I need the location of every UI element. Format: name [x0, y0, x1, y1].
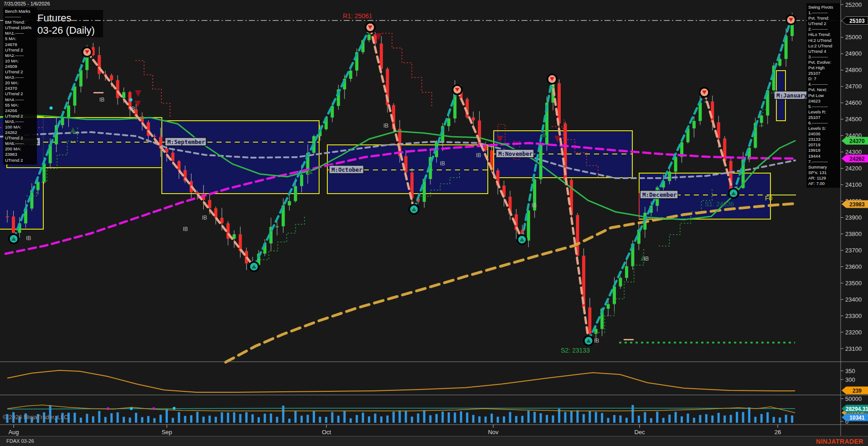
- candle: [472, 117, 475, 120]
- bench-marks-line: MA1.------: [5, 31, 35, 36]
- candle: [607, 304, 610, 309]
- month-label-text: M:September: [167, 138, 205, 145]
- volume-bar: [546, 415, 548, 423]
- volume-bar: [374, 414, 377, 423]
- swing-pivots-line: 24036: [808, 131, 838, 137]
- swing-pivots-line: 20719: [808, 142, 838, 148]
- candle: [275, 226, 279, 227]
- bench-marks-line: UTrend 2: [5, 135, 35, 141]
- swing-pivots-line: 1.-----------: [808, 10, 838, 15]
- volume-bar: [405, 411, 407, 423]
- price-badge-text: 24370: [849, 138, 865, 144]
- price-badge-text: 24262: [849, 156, 865, 162]
- volume-bar: [650, 418, 652, 423]
- candle: [300, 174, 303, 186]
- volume-bar: [681, 416, 683, 423]
- volume-bar: [638, 415, 640, 423]
- ib-label: IB: [644, 256, 649, 262]
- axis-tick-label: 23200: [845, 329, 862, 336]
- bench-marks-line: Bench Marks: [5, 9, 35, 14]
- volume-bar: [601, 413, 603, 423]
- swing-pivots-line: 25107: [808, 115, 838, 120]
- volume-cyan-dot: [173, 407, 176, 410]
- axis-tick-label: 23500: [845, 280, 862, 287]
- price-chart-canvas[interactable]: Futures 03-26 (Daily) IBIBIBIBIBIBIBIBIB…: [0, 0, 868, 446]
- axis-tick-label: 23300: [845, 313, 862, 319]
- volume-bar: [135, 413, 137, 423]
- swing-pivots-line: 19444: [808, 154, 838, 159]
- volume-bar: [754, 417, 756, 423]
- ib-label: IB: [532, 202, 537, 209]
- candle: [558, 83, 561, 124]
- volume-bar: [411, 417, 413, 423]
- volume-bar: [570, 411, 573, 423]
- bench-marks-line: 200 MA:: [5, 146, 35, 152]
- axis-tick-label: 50000: [845, 395, 862, 402]
- volume-bar: [319, 417, 321, 423]
- volume-bar: [129, 418, 131, 423]
- tab-fdax-03-26[interactable]: FDAX 03-26: [6, 438, 34, 444]
- volume-bar: [620, 415, 622, 423]
- cyan-dot-marker: [50, 107, 53, 110]
- price-badge-text: 23983: [849, 201, 865, 208]
- swing-pivots-line: Swing Pivots: [808, 5, 838, 10]
- axis-tick-label: 24800: [845, 67, 862, 73]
- bench-marks-line: UTrend 2: [5, 91, 35, 97]
- volume-bar: [80, 418, 82, 423]
- volume-bar: [552, 415, 554, 423]
- volume-bar: [668, 415, 671, 423]
- volume-bar: [258, 417, 260, 423]
- price-badge-text: 28294.31: [846, 406, 868, 412]
- candle: [711, 102, 714, 123]
- bench-marks-line: MA4.------: [5, 97, 35, 103]
- candle: [588, 308, 591, 334]
- ib-label: IB: [130, 106, 135, 112]
- tab-strip: FDAX 03-26 NINJATRADER: [0, 436, 868, 446]
- price-badge-text: 239: [852, 388, 862, 394]
- swing-pivots-line: 19918: [808, 148, 838, 153]
- volume-bar: [466, 412, 468, 423]
- volume-bar: [215, 417, 217, 423]
- volume-bar: [791, 415, 793, 423]
- volume-bar: [221, 412, 223, 423]
- swing-pivots-line: 5.-----------: [808, 104, 838, 109]
- bench-marks-panel: Bench Marks-----------BM Trend:UTrend 10…: [3, 7, 37, 164]
- axis-tick-label: 300: [845, 376, 855, 383]
- swing-pivots-line: AF: 7.00: [808, 181, 838, 186]
- volume-bar: [564, 412, 566, 423]
- month-label-text: M:November: [498, 150, 533, 157]
- candle: [613, 287, 616, 304]
- candle: [214, 208, 217, 218]
- volume-bar: [368, 416, 370, 423]
- volume-bar: [730, 415, 732, 423]
- volume-bar: [264, 414, 266, 423]
- bench-marks-line: 24370: [5, 86, 35, 91]
- axis-tick-label: 24600: [845, 99, 862, 106]
- axis-tick-label: 24500: [845, 116, 862, 123]
- bench-marks-line: 24678: [5, 42, 35, 47]
- candle: [239, 234, 242, 251]
- bench-marks-line: UTrend 2: [5, 47, 35, 53]
- swing-pivots-line: Levels S:: [808, 126, 838, 131]
- ib-label: IB: [26, 235, 31, 241]
- volume-bar: [748, 407, 750, 423]
- bench-marks-line: -----------: [5, 14, 35, 20]
- volume-magenta-dot: [152, 407, 155, 410]
- swing-pivots-line: 3.-----------: [808, 54, 838, 60]
- candle: [6, 216, 9, 217]
- candle: [110, 75, 113, 80]
- axis-tick-label: 24200: [845, 165, 862, 172]
- bench-marks-line: 100 MA:: [5, 124, 35, 130]
- volume-cyan-dot: [130, 407, 133, 410]
- candle: [67, 106, 70, 118]
- bench-marks-line: UTrend 2: [5, 158, 35, 163]
- volume-bar: [705, 414, 708, 423]
- axis-tick-label: 24900: [845, 50, 862, 57]
- bench-marks-line: 55 MA:: [5, 103, 35, 108]
- volume-bar: [589, 411, 591, 423]
- volume-bar: [509, 412, 511, 423]
- bench-marks-line: 20 MA:: [5, 80, 35, 86]
- swing-pivots-line: Pvt Low: [808, 93, 838, 98]
- volume-bar: [613, 415, 615, 423]
- candle: [49, 144, 52, 163]
